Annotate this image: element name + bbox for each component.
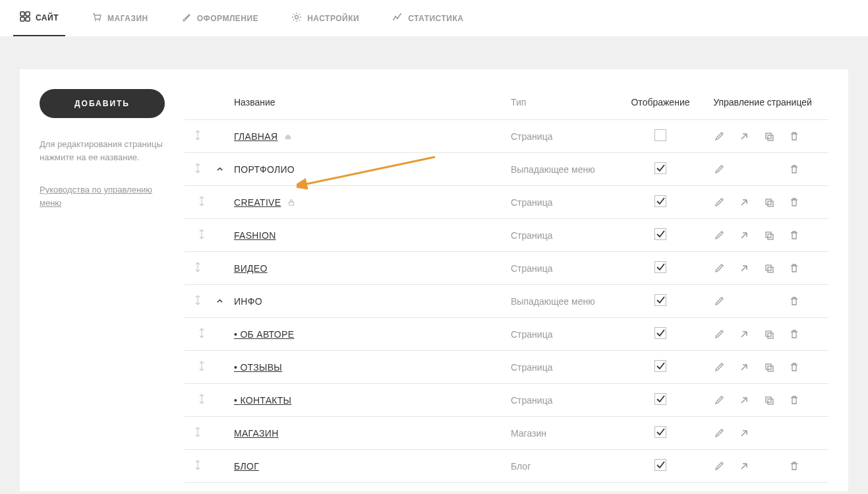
delete-button[interactable] <box>789 131 799 142</box>
page-name-link[interactable]: • ОБ АВТОРЕ <box>234 329 294 340</box>
table-row: • ОТЗЫВЫСтраница <box>185 351 828 384</box>
table-row: ВИДЕОСтраница <box>185 252 828 285</box>
drag-handle-icon[interactable] <box>198 360 206 374</box>
table-row: ПОРТФОЛИОВыпадающее меню <box>185 153 828 186</box>
drag-handle-icon[interactable] <box>194 261 202 275</box>
delete-button[interactable] <box>789 164 799 175</box>
chevron-up-icon[interactable] <box>216 296 223 307</box>
open-button[interactable] <box>739 428 749 439</box>
table-row: • ОБ АВТОРЕСтраница <box>185 318 828 351</box>
open-button[interactable] <box>739 131 749 142</box>
visibility-checkbox[interactable] <box>654 228 666 240</box>
drag-handle-icon[interactable] <box>198 195 206 209</box>
topnav-item-design[interactable]: ОФОРМЛЕНИЕ <box>175 0 265 36</box>
page-type: Страница <box>506 351 624 384</box>
delete-button[interactable] <box>789 329 799 340</box>
page-type: Страница <box>506 120 624 153</box>
table-row: БЛОГБлог <box>185 450 828 483</box>
delete-button[interactable] <box>789 395 799 406</box>
edit-button[interactable] <box>714 296 724 307</box>
page-name-link[interactable]: CREATIVE <box>234 197 281 208</box>
copy-button[interactable] <box>764 395 774 406</box>
page-type: Магазин <box>506 417 624 450</box>
copy-button[interactable] <box>764 329 774 340</box>
sidebar: ДОБАВИТЬ Для редактирования страницы наж… <box>20 69 185 491</box>
delete-button[interactable] <box>789 362 799 373</box>
edit-button[interactable] <box>714 197 724 208</box>
page-name-text: ПОРТФОЛИО <box>234 164 295 175</box>
copy-button[interactable] <box>764 131 774 142</box>
page-type: Страница <box>506 219 624 252</box>
edit-button[interactable] <box>714 428 724 439</box>
open-button[interactable] <box>739 197 749 208</box>
edit-button[interactable] <box>714 362 724 373</box>
copy-button[interactable] <box>764 263 774 274</box>
visibility-checkbox[interactable] <box>654 327 666 339</box>
drag-handle-icon[interactable] <box>194 129 202 143</box>
table-row: FASHIONСтраница <box>185 219 828 252</box>
table-row: ИНФОВыпадающее меню <box>185 285 828 318</box>
open-button[interactable] <box>739 461 749 472</box>
copy-button[interactable] <box>764 362 774 373</box>
visibility-checkbox[interactable] <box>654 459 666 471</box>
topnav-item-settings[interactable]: НАСТРОЙКИ <box>285 0 366 36</box>
page-name-link[interactable]: • ОТЗЫВЫ <box>234 362 282 373</box>
edit-button[interactable] <box>714 164 724 175</box>
open-button[interactable] <box>739 230 749 241</box>
visibility-checkbox[interactable] <box>654 162 666 174</box>
drag-handle-icon[interactable] <box>194 294 202 308</box>
delete-button[interactable] <box>789 197 799 208</box>
topnav-item-site[interactable]: САЙТ <box>13 0 65 36</box>
table-row: • КОНТАКТЫСтраница <box>185 384 828 417</box>
drag-handle-icon[interactable] <box>194 459 202 473</box>
delete-button[interactable] <box>789 461 799 472</box>
page-type: Страница <box>506 384 624 417</box>
visibility-checkbox[interactable] <box>654 294 666 306</box>
gear-icon <box>291 12 302 24</box>
delete-button[interactable] <box>789 230 799 241</box>
open-button[interactable] <box>739 263 749 274</box>
open-button[interactable] <box>739 395 749 406</box>
open-button[interactable] <box>739 329 749 340</box>
copy-button[interactable] <box>764 197 774 208</box>
copy-button[interactable] <box>764 230 774 241</box>
add-button[interactable]: ДОБАВИТЬ <box>40 89 165 118</box>
visibility-checkbox[interactable] <box>654 261 666 273</box>
visibility-checkbox[interactable] <box>654 393 666 405</box>
chevron-up-icon[interactable] <box>216 164 223 175</box>
page-name-link[interactable]: ВИДЕО <box>234 263 268 274</box>
visibility-checkbox[interactable] <box>654 426 666 438</box>
open-button[interactable] <box>739 362 749 373</box>
page-name-link[interactable]: FASHION <box>234 230 276 241</box>
guide-link[interactable]: Руководства по управлению меню <box>40 183 158 209</box>
drag-handle-icon[interactable] <box>194 162 202 176</box>
edit-button[interactable] <box>714 461 724 472</box>
topnav-item-shop[interactable]: МАГАЗИН <box>85 0 155 36</box>
topnav-label: МАГАЗИН <box>107 14 148 23</box>
edit-button[interactable] <box>714 230 724 241</box>
edit-button[interactable] <box>714 131 724 142</box>
brush-icon <box>181 12 192 24</box>
help-text: Для редактирования страницы нажмите на е… <box>40 138 165 164</box>
page-name-link[interactable]: • КОНТАКТЫ <box>234 395 291 406</box>
edit-button[interactable] <box>714 395 724 406</box>
edit-button[interactable] <box>714 329 724 340</box>
table-row: CREATIVEСтраница <box>185 186 828 219</box>
drag-handle-icon[interactable] <box>198 228 206 242</box>
page-name-link[interactable]: МАГАЗИН <box>234 428 279 439</box>
delete-button[interactable] <box>789 296 799 307</box>
drag-handle-icon[interactable] <box>198 327 206 341</box>
visibility-checkbox[interactable] <box>654 129 666 141</box>
drag-handle-icon[interactable] <box>198 393 206 407</box>
topnav-item-stats[interactable]: СТАТИСТИКА <box>386 0 470 36</box>
visibility-checkbox[interactable] <box>654 360 666 372</box>
topnav-label: ОФОРМЛЕНИЕ <box>197 14 258 23</box>
header-manage: Управление страницей <box>697 89 828 120</box>
home-icon <box>284 133 292 140</box>
edit-button[interactable] <box>714 263 724 274</box>
delete-button[interactable] <box>789 263 799 274</box>
drag-handle-icon[interactable] <box>194 426 202 440</box>
page-name-link[interactable]: БЛОГ <box>234 461 259 472</box>
visibility-checkbox[interactable] <box>654 195 666 207</box>
page-name-link[interactable]: ГЛАВНАЯ <box>234 131 277 142</box>
